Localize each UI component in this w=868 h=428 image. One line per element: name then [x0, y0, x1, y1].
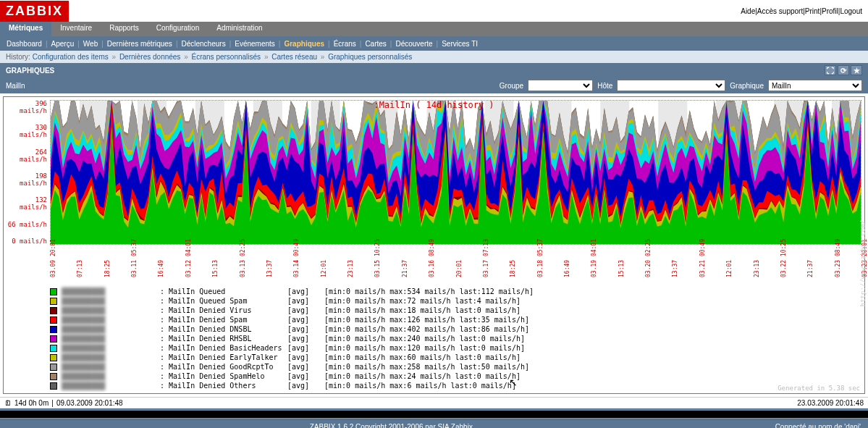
groupe-label: Groupe [500, 82, 523, 90]
legend-swatch [50, 298, 57, 305]
print-link[interactable]: Print [805, 7, 820, 15]
legend-swatch [50, 326, 57, 333]
hote-select[interactable] [617, 80, 725, 91]
sub-tab-0[interactable]: Dashboard [4, 40, 44, 48]
main-tab-administration[interactable]: Administration [208, 22, 271, 36]
time-end: 23.03.2009 20:01:48 [797, 399, 864, 407]
main-tab-configuration[interactable]: Configuration [148, 22, 208, 36]
legend-swatch [50, 307, 57, 314]
sub-tab-5[interactable]: Evénements [232, 40, 277, 48]
legend-swatch [50, 288, 57, 295]
app-logo: ZABBIX [0, 1, 69, 22]
sub-tab-7[interactable]: Écrans [332, 40, 358, 48]
legend-row: ██████████: MailIn Denied GoodRcptTo[avg… [50, 362, 861, 372]
watermark: http://www.zabbix.com/ [859, 220, 867, 306]
x-axis: 03.09 20:0107:1318:2503.11 05:3716:4903.… [50, 245, 861, 281]
graph-name: MailIn [6, 82, 495, 90]
main-tab-métriques[interactable]: Métriques [0, 22, 51, 36]
legend-row: ██████████: MailIn Denied DNSBL[avg][min… [50, 324, 861, 334]
support-link[interactable]: Accès support [757, 7, 803, 15]
legend-swatch [50, 373, 57, 380]
sub-tab-4[interactable]: Déclencheurs [179, 40, 227, 48]
sub-tab-10[interactable]: Services TI [439, 40, 480, 48]
legend-row: ██████████: MailIn Denied EarlyTalker[av… [50, 353, 861, 362]
legend-swatch [50, 345, 57, 352]
sub-tab-9[interactable]: Découverte [393, 40, 434, 48]
help-link[interactable]: Aide [741, 7, 755, 15]
sub-nav: Dashboard|Aperçu|Web|Dernières métriques… [0, 36, 868, 51]
legend-row: ██████████: MailIn Denied RHSBL[avg][min… [50, 334, 861, 343]
time-scrollbar[interactable] [0, 408, 868, 420]
legend-row: ██████████: MailIn Denied SpamHelo[avg][… [50, 372, 861, 381]
sub-tab-6[interactable]: Graphiques [282, 40, 326, 48]
refresh-icon[interactable]: ⟳ [838, 65, 849, 75]
hote-label: Hôte [597, 82, 612, 90]
calendar-icon[interactable]: 🗓 [4, 399, 12, 407]
sub-tab-3[interactable]: Dernières métriques [105, 40, 174, 48]
main-tab-inventaire[interactable]: Inventaire [51, 22, 101, 36]
sub-tab-2[interactable]: Web [81, 40, 100, 48]
favorite-icon[interactable]: ★ [851, 65, 862, 75]
groupe-select[interactable] [528, 80, 593, 91]
main-tab-rapports[interactable]: Rapports [101, 22, 148, 36]
logout-link[interactable]: Logout [840, 7, 862, 15]
legend-row: ██████████: MailIn Denied Spam[avg][min:… [50, 315, 861, 324]
footer-copyright: ZABBIX 1.6.2 Copyright 2001-2006 par SIA… [310, 423, 473, 428]
chart-legend: ██████████: MailIn Queued[avg][min:0 mai… [50, 287, 861, 390]
legend-swatch [50, 316, 57, 324]
legend-row: ██████████: MailIn Queued[avg][min:0 mai… [50, 287, 861, 296]
history-label: History: [6, 53, 30, 61]
chart-plot[interactable] [50, 100, 861, 245]
generated-note: Generated in 5.38 sec [778, 385, 860, 392]
sub-tab-8[interactable]: Cartes [363, 40, 388, 48]
legend-row: ██████████: MailIn Denied Others[avg][mi… [50, 381, 861, 390]
fullscreen-icon[interactable]: ⛶ [825, 65, 836, 75]
legend-swatch [50, 354, 57, 361]
legend-row: ██████████: MailIn Denied BasicHeaders[a… [50, 343, 861, 353]
history-bar: History: Configuration des items » Derni… [0, 51, 868, 63]
time-start: 09.03.2009 20:01:48 [56, 399, 123, 407]
sub-tab-1[interactable]: Aperçu [49, 40, 77, 48]
history-link-1[interactable]: Dernières données [119, 53, 181, 61]
history-link-4[interactable]: Graphiques personnalisés [328, 53, 412, 61]
graphique-select[interactable]: MailIn [768, 80, 862, 91]
legend-swatch [50, 335, 57, 343]
y-axis: 396 mails/h330 mails/h264 mails/h198 mai… [7, 100, 50, 245]
main-nav: MétriquesInventaireRapportsConfiguration… [0, 22, 868, 36]
footer-login: Connecté au nom de 'dani' [775, 423, 861, 428]
legend-row: ██████████: MailIn Denied Virus[avg][min… [50, 306, 861, 315]
profile-link[interactable]: Profil [822, 7, 838, 15]
history-link-3[interactable]: Cartes réseau [271, 53, 317, 61]
history-link-0[interactable]: Configuration des items [33, 53, 109, 61]
graph-title: :MailIn ( 14d history ) [4, 100, 864, 110]
section-title: GRAPHIQUES [6, 67, 54, 75]
time-range: 14d 0h 0m [14, 399, 49, 407]
graphique-label: Graphique [730, 82, 764, 90]
legend-swatch [50, 382, 57, 390]
graph-container: :MailIn ( 14d history ) 396 mails/h330 m… [3, 96, 865, 394]
legend-row: ██████████: MailIn Queued Spam[avg][min:… [50, 296, 861, 306]
history-link-2[interactable]: Écrans personnalisés [192, 53, 261, 61]
legend-swatch [50, 364, 57, 371]
top-links: Aide|Accès support|Print|Profil|Logout [741, 7, 868, 15]
